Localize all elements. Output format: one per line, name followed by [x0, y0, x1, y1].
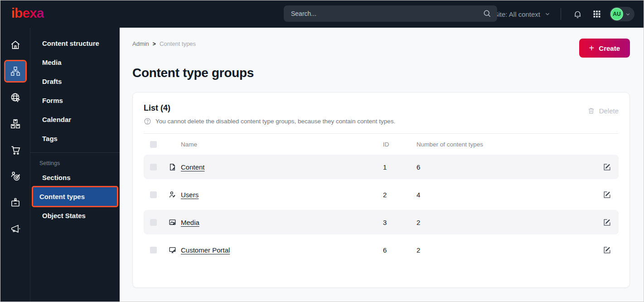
group-link[interactable]: Customer Portal	[181, 246, 383, 254]
secondary-sidebar: Content structure Media Drafts Forms Cal…	[30, 28, 120, 302]
help-icon	[144, 117, 151, 125]
edit-button[interactable]	[602, 190, 612, 200]
file-icon	[168, 163, 181, 171]
delete-button[interactable]: Delete	[587, 103, 619, 115]
sidebar-item-admin[interactable]	[5, 193, 25, 213]
row-checkbox[interactable]	[150, 191, 157, 198]
menu-divider	[30, 152, 120, 153]
avatar: AU	[610, 8, 623, 20]
row-checkbox[interactable]	[150, 164, 157, 170]
image-icon	[168, 218, 181, 227]
home-icon	[10, 39, 21, 51]
search-icon[interactable]	[483, 9, 492, 18]
menu-item-object-states[interactable]: Object States	[33, 206, 117, 225]
row-checkbox[interactable]	[150, 247, 157, 253]
edit-icon	[603, 163, 611, 171]
user-menu[interactable]: AU	[610, 7, 634, 21]
global-search	[284, 5, 497, 22]
sidebar-item-commerce[interactable]	[5, 140, 25, 160]
edit-button[interactable]	[602, 217, 612, 228]
table-row: Users 2 4	[144, 182, 619, 207]
content-type-groups-card: List (4) You cannot delete the disabled …	[132, 92, 630, 288]
list-title: List (4)	[144, 103, 395, 113]
breadcrumb: Admin > Content types	[132, 39, 196, 47]
table-row: Media 3 2	[144, 210, 619, 234]
column-id: ID	[383, 141, 416, 148]
sidebar-item-product-catalog[interactable]	[5, 114, 25, 134]
table-row: Content 1 6	[144, 155, 619, 179]
search-input[interactable]	[291, 10, 483, 17]
person-target-icon	[10, 170, 21, 182]
site-context-label: Site: All context	[494, 10, 540, 18]
main-content: Admin > Content types + Create Content t…	[120, 28, 644, 302]
boxes-icon	[10, 118, 21, 130]
table-row: Customer Portal 6 2	[144, 238, 619, 262]
menu-settings-label: Settings	[30, 156, 120, 168]
column-count: Number of content types	[416, 141, 596, 148]
sidebar-item-content-structure[interactable]	[5, 61, 25, 81]
sidebar-item-home[interactable]	[5, 35, 25, 55]
group-id: 2	[383, 191, 416, 199]
cart-icon	[10, 144, 21, 156]
edit-icon	[603, 190, 611, 199]
grid-icon	[592, 10, 601, 19]
chevron-down-icon	[544, 11, 551, 17]
edit-icon	[603, 246, 611, 254]
plus-icon: +	[589, 44, 595, 53]
breadcrumb-current: Content types	[160, 40, 196, 47]
sidebar-item-personalization[interactable]	[5, 166, 25, 186]
menu-item-forms[interactable]: Forms	[33, 91, 117, 110]
menu-item-sections[interactable]: Sections	[33, 168, 117, 187]
group-link[interactable]: Media	[181, 219, 383, 226]
apps-menu-button[interactable]	[591, 8, 603, 20]
menu-item-content-types[interactable]: Content types	[33, 187, 117, 206]
group-count: 6	[416, 163, 596, 171]
megaphone-icon	[10, 223, 21, 235]
trash-icon	[587, 107, 595, 115]
edit-button[interactable]	[602, 245, 612, 255]
page-title: Content type groups	[132, 66, 630, 80]
menu-item-calendar[interactable]: Calendar	[33, 110, 117, 129]
breadcrumb-admin[interactable]: Admin	[132, 40, 149, 47]
monitor-icon	[168, 246, 181, 254]
bell-icon	[573, 10, 582, 19]
user-icon	[168, 190, 181, 199]
group-link[interactable]: Users	[181, 191, 383, 199]
group-id: 1	[383, 163, 416, 171]
edit-button[interactable]	[602, 162, 612, 172]
globe-cursor-icon	[10, 92, 21, 103]
edit-icon	[603, 218, 611, 227]
create-button[interactable]: + Create	[579, 39, 630, 58]
group-id: 6	[383, 246, 416, 254]
group-count: 2	[416, 219, 596, 226]
info-text: You cannot delete the disabled content t…	[155, 118, 395, 125]
ibexa-logo[interactable]: ibexa	[11, 6, 44, 22]
icon-sidebar	[0, 28, 30, 302]
breadcrumb-separator: >	[153, 41, 156, 47]
sidebar-item-marketing[interactable]	[5, 219, 25, 239]
sidebar-item-site[interactable]	[5, 88, 25, 107]
menu-item-media[interactable]: Media	[33, 53, 117, 72]
sitemap-icon	[10, 65, 21, 77]
group-count: 2	[416, 246, 596, 254]
table-header: Name ID Number of content types	[144, 134, 619, 155]
menu-item-content-structure[interactable]: Content structure	[33, 34, 117, 53]
chevron-down-icon	[625, 11, 631, 17]
topbar: ibexa Site: All context	[0, 0, 644, 28]
notifications-button[interactable]	[571, 8, 584, 21]
select-all-checkbox[interactable]	[150, 141, 157, 148]
group-count: 4	[416, 191, 596, 199]
topbar-divider	[561, 8, 561, 20]
row-checkbox[interactable]	[150, 219, 157, 226]
badge-icon	[10, 197, 21, 209]
column-name: Name	[181, 141, 383, 148]
menu-item-drafts[interactable]: Drafts	[33, 72, 117, 91]
group-id: 3	[383, 219, 416, 226]
menu-item-tags[interactable]: Tags	[33, 129, 117, 148]
group-link[interactable]: Content	[181, 163, 383, 171]
